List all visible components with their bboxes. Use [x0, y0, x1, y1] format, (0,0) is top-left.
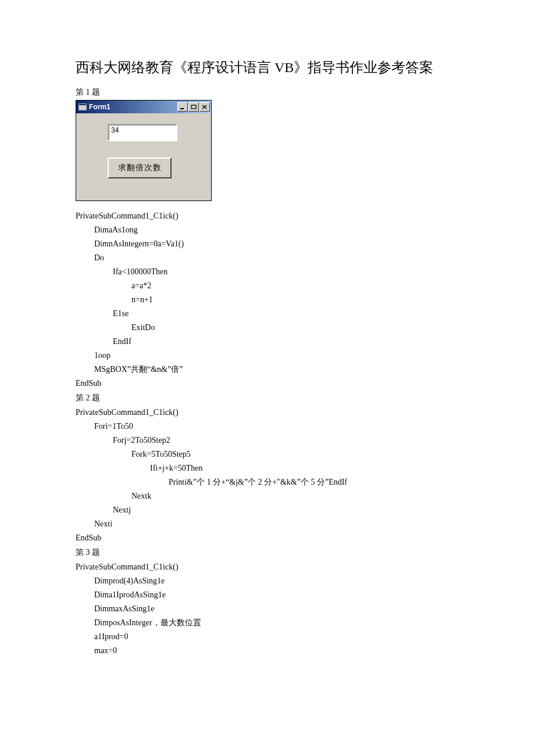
code-line: Nextk	[76, 489, 459, 503]
code-block-3: PrivateSubCommand1_C1ick() Dimprod(4)AsS…	[76, 560, 459, 658]
code-line: DimnAsIntegern=0a=Va1()	[76, 237, 459, 251]
code-line: Ifi+j+k=50Then	[76, 461, 459, 475]
titlebar-left: Form1	[79, 103, 110, 111]
code-line: Nextj	[76, 503, 459, 517]
code-line: 1oop	[76, 349, 459, 363]
svg-rect-1	[79, 104, 86, 105]
svg-rect-2	[180, 108, 184, 109]
code-line: Ifa<100000Then	[76, 265, 459, 279]
window-buttons	[177, 102, 210, 112]
code-line: PrivateSubCommand1_C1ick()	[76, 560, 459, 574]
question-3-label: 第 3 题	[76, 547, 459, 558]
form1-titlebar: Form1	[76, 101, 211, 113]
page-title: 西科大网络教育《程序设计语言 VB》指导书作业参考答案	[76, 58, 459, 77]
form1-window: Form1 34 求翻倍次数	[76, 100, 212, 201]
code-line: EndIf	[76, 335, 459, 349]
minimize-button[interactable]	[177, 102, 188, 112]
code-line: Forj=2To50Step2	[76, 433, 459, 447]
question-1-label: 第 1 题	[76, 87, 459, 98]
close-button[interactable]	[199, 102, 210, 112]
code-block-2: PrivateSubCommand1_C1ick() Fori=1To50 Fo…	[76, 406, 459, 545]
code-line: Printi&”个 1 分+“&j&”个 2 分+″&k&”个 5 分”EndI…	[76, 475, 459, 489]
question-2-label: 第 2 题	[76, 393, 459, 403]
vb-app-icon	[79, 103, 87, 110]
code-line: Do	[76, 251, 459, 265]
code-line: DimposAsInteger，最大数位置	[76, 616, 459, 630]
code-line: Dimprod(4)AsSing1e	[76, 574, 459, 588]
maximize-button[interactable]	[188, 102, 199, 112]
form1-textbox[interactable]: 34	[108, 124, 177, 141]
code-block-1: PrivateSubCommand1_C1ick() DimaAs1ong Di…	[76, 209, 459, 390]
document-page: 西科大网络教育《程序设计语言 VB》指导书作业参考答案 第 1 题 Form1	[0, 0, 535, 756]
form1-title: Form1	[89, 103, 110, 111]
code-line: ExitDo	[76, 321, 459, 335]
code-line: Dima1IprodAsSing1e	[76, 588, 459, 602]
form1-client-area: 34 求翻倍次数	[76, 113, 211, 178]
code-line: a1Iprod=0	[76, 630, 459, 644]
code-line: EndSub	[76, 531, 459, 545]
code-line: DimmaxAsSing1e	[76, 602, 459, 616]
code-line: DimaAs1ong	[76, 223, 459, 237]
code-line: n=n+1	[76, 293, 459, 307]
code-line: MSgBOX”共翻“&n&”倍”	[76, 363, 459, 377]
code-line: Fork=5To50Step5	[76, 447, 459, 461]
code-line: Fori=1To50	[76, 420, 459, 433]
code-line: max=0	[76, 644, 459, 658]
code-line: Nexti	[76, 517, 459, 531]
svg-rect-3	[191, 105, 196, 109]
double-count-button[interactable]: 求翻倍次数	[108, 157, 172, 178]
code-line: PrivateSubCommand1_C1ick()	[76, 406, 459, 420]
code-line: a=a*2	[76, 279, 459, 293]
code-line: EndSub	[76, 377, 459, 390]
code-line: PrivateSubCommand1_C1ick()	[76, 209, 459, 223]
code-line: E1se	[76, 307, 459, 321]
